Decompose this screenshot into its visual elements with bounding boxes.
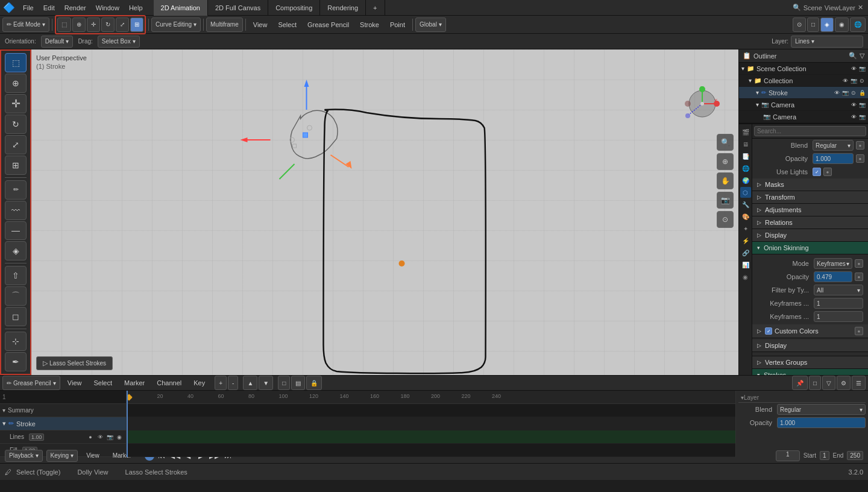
lines-track[interactable]: Lines 1.00 ● 👁 📷 ◉ xyxy=(0,430,126,444)
constraints-icon[interactable]: 🔗 xyxy=(740,247,751,258)
transform-orientation[interactable]: Global ▾ xyxy=(415,17,446,32)
workspace-2d-full[interactable]: 2D Full Canvas xyxy=(208,0,268,16)
smooth-tool[interactable]: 〰 xyxy=(5,201,27,220)
start-value[interactable]: 1 xyxy=(820,451,829,460)
orientation-dropdown[interactable]: Default ▾ xyxy=(41,36,74,48)
curve-editing-dropdown[interactable]: Curve Editing ▾ xyxy=(151,17,201,32)
cursor-btn[interactable]: ⊕ xyxy=(72,17,86,32)
scale-tool[interactable]: ⤢ xyxy=(5,135,27,154)
tl-select-menu[interactable]: Select xyxy=(89,376,117,390)
collection-row[interactable]: ▾ 📁 Collection 👁 📷 ⊙ xyxy=(739,75,868,87)
workspace-2d-animation[interactable]: 2D Animation xyxy=(154,0,208,16)
lines-render[interactable]: 📷 xyxy=(105,433,114,441)
render-icon[interactable]: 📷 xyxy=(858,66,866,72)
stroke-menu[interactable]: Stroke xyxy=(355,16,384,33)
masks-section-header[interactable]: ▷ Masks xyxy=(752,178,868,191)
material-mode-btn[interactable]: ◉ xyxy=(835,17,849,32)
view-menu[interactable]: View xyxy=(248,16,272,33)
toggle-overlay-btn[interactable]: ⊙ xyxy=(717,211,734,228)
material-props-icon[interactable]: ◉ xyxy=(740,271,751,282)
draw-tool[interactable]: ✒ xyxy=(5,352,27,371)
drag-dropdown[interactable]: Select Box ▾ xyxy=(98,36,140,48)
mode-dropdown[interactable]: ✏ Edit Mode ▾ xyxy=(2,17,49,32)
tl-key-menu[interactable]: Key xyxy=(189,376,210,390)
point-menu[interactable]: Point xyxy=(385,16,410,33)
scene-collection-row[interactable]: ▾ 📁 Scene Collection 👁 📷 xyxy=(739,63,868,75)
annotate-tool[interactable]: ✏ xyxy=(5,180,27,200)
workspace-compositing[interactable]: Compositing xyxy=(268,0,320,16)
blend-dropdown[interactable]: Regular ▾ xyxy=(813,140,854,151)
menu-window[interactable]: Window xyxy=(91,0,124,15)
outliner-search-icon[interactable]: 🔍 xyxy=(849,52,857,60)
zoom-btn[interactable]: ⊕ xyxy=(717,153,734,170)
use-lights-dot[interactable]: ● xyxy=(823,168,832,176)
tl-move-up-btn[interactable]: ▲ xyxy=(243,376,257,390)
camera-object-row[interactable]: ▾ 📷 Camera 👁 📷 xyxy=(739,99,868,111)
transform-section-header[interactable]: ▷ Transform xyxy=(752,191,868,204)
output-props-icon[interactable]: 🖥 xyxy=(740,139,751,150)
stroke-row[interactable]: ▾ ✏ Stroke 👁 📷 ⊙ 🔒 xyxy=(739,87,868,99)
move-tool[interactable]: ✛ xyxy=(5,94,27,113)
tl-sync-btn[interactable]: 📌 xyxy=(792,376,808,390)
blend-dot[interactable]: ● xyxy=(856,141,864,150)
vertex-groups-header[interactable]: ▷ Vertex Groups xyxy=(752,356,868,369)
lines-highlight[interactable]: ◉ xyxy=(115,433,124,441)
scale-btn[interactable]: ⤢ xyxy=(116,17,129,32)
select-box-tool[interactable]: ⬚ xyxy=(5,53,27,72)
view-menu-bottom[interactable]: View xyxy=(81,448,104,463)
custom-colors-checkbox[interactable]: ✓ xyxy=(765,327,772,335)
rotate-tool[interactable]: ↻ xyxy=(5,115,27,134)
workspace-add[interactable]: + xyxy=(366,0,385,16)
viewlayer-props-icon[interactable]: 📑 xyxy=(740,151,751,162)
transform-btn[interactable]: ⊞ xyxy=(130,17,143,32)
timeline-ruler[interactable]: 20 40 60 80 100 120 140 160 180 200 220 … xyxy=(127,391,735,457)
menu-help[interactable]: Help xyxy=(124,0,148,15)
grab-btn[interactable]: ✛ xyxy=(87,17,100,32)
menu-render[interactable]: Render xyxy=(60,0,91,15)
keying-dropdown[interactable]: Keying ▾ xyxy=(46,450,78,462)
select-menu[interactable]: Select xyxy=(273,16,301,33)
opacity-dot[interactable]: ● xyxy=(856,154,864,163)
tl-channel-menu[interactable]: Channel xyxy=(152,376,186,390)
stroke-track[interactable]: ▾ ✏ Stroke xyxy=(0,417,126,430)
lattice-tool[interactable]: ⊹ xyxy=(5,332,27,351)
opacity-value[interactable]: 1.000 xyxy=(813,153,854,164)
scene-name[interactable]: Scene xyxy=(804,4,822,11)
camera-view-btn[interactable]: 📷 xyxy=(717,192,734,209)
close-btn[interactable]: ✕ xyxy=(858,4,863,11)
layer-opacity-value[interactable]: 1.000 xyxy=(777,417,866,428)
tl-filter-btn[interactable]: ▽ xyxy=(822,376,835,390)
layer-dropdown[interactable]: Lines ▾ xyxy=(791,36,863,48)
menu-file[interactable]: File xyxy=(18,0,39,15)
remove-keyframe-btn[interactable]: - xyxy=(228,376,238,390)
summary-track[interactable]: ▾ Summary xyxy=(0,404,126,417)
use-lights-checkbox[interactable]: ✓ xyxy=(813,168,821,176)
world-props-icon[interactable]: 🌍 xyxy=(740,175,751,186)
stroke-collapse[interactable]: ▾ xyxy=(2,420,6,427)
current-frame-display[interactable]: 1 xyxy=(776,450,800,461)
shader-props-icon[interactable]: 🎨 xyxy=(740,211,751,222)
props-search-input[interactable] xyxy=(754,126,866,136)
pan-btn[interactable]: ✋ xyxy=(717,172,734,189)
shear-tool[interactable]: ◻ xyxy=(5,307,27,326)
tl-extra-btn[interactable]: ☰ xyxy=(852,376,866,390)
summary-collapse[interactable]: ▾ xyxy=(2,407,5,414)
grease-pencil-menu[interactable]: Grease Pencil xyxy=(303,16,354,33)
rotate-btn[interactable]: ↻ xyxy=(101,17,115,32)
tl-view-btn2[interactable]: ▤ xyxy=(291,376,305,390)
add-keyframe-btn[interactable]: + xyxy=(215,376,227,390)
multiframe-btn[interactable]: Multiframe xyxy=(206,17,243,32)
tl-settings-btn[interactable]: ⚙ xyxy=(837,376,851,390)
onion-opacity-value[interactable]: 0.479 xyxy=(814,271,852,282)
extrude-tool[interactable]: ⇧ xyxy=(5,266,27,285)
object-props-icon[interactable]: ⬡ xyxy=(740,187,751,198)
keyframes-after-value[interactable]: 1 xyxy=(814,311,863,322)
onion-display-header[interactable]: ▷ Display xyxy=(752,339,868,352)
playhead[interactable] xyxy=(127,391,128,457)
view-icon[interactable]: 👁 xyxy=(850,66,857,72)
keyframes-before-value[interactable]: 1 xyxy=(814,298,863,309)
physics-props-icon[interactable]: ⚡ xyxy=(740,235,751,246)
move-status-bar[interactable]: ▷ Lasso Select Strokes xyxy=(36,356,113,370)
lines-eye[interactable]: 👁 xyxy=(96,433,104,441)
onion-filter-dropdown[interactable]: All ▾ xyxy=(814,285,863,295)
